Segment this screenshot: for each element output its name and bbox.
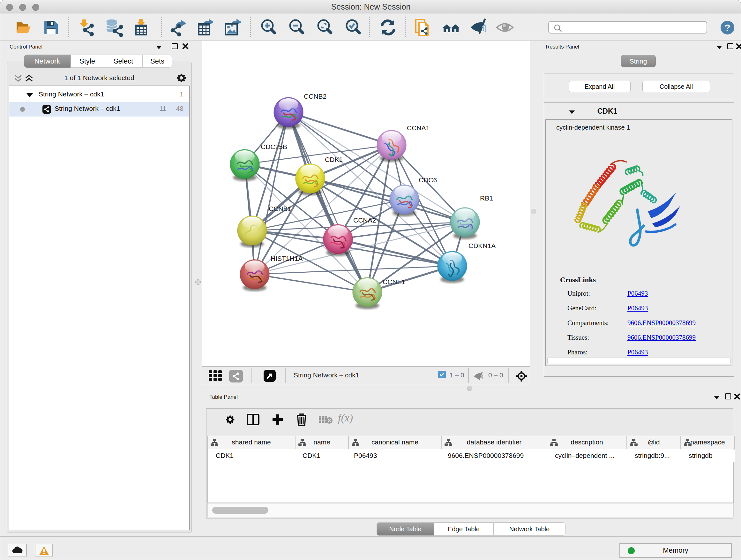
svg-text:RB1: RB1 (480, 194, 493, 202)
svg-text:CCNB2: CCNB2 (304, 92, 327, 100)
svg-text:CCNE1: CCNE1 (383, 278, 405, 286)
svg-text:CCNB1: CCNB1 (269, 205, 291, 212)
svg-text:CDC6: CDC6 (419, 176, 437, 184)
svg-text:CDK1: CDK1 (325, 156, 343, 163)
svg-text:CCNA2: CCNA2 (353, 216, 376, 224)
svg-text:CCNA1: CCNA1 (407, 124, 429, 132)
svg-text:CDC25B: CDC25B (261, 143, 287, 150)
svg-text:HIST1H1A: HIST1H1A (271, 255, 302, 262)
svg-text:CDKN1A: CDKN1A (468, 242, 495, 249)
